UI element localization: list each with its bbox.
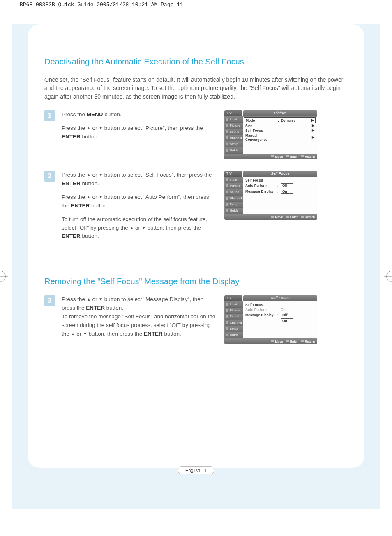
step-paragraph: Press the ▲ or ▼ button to select "Pictu…	[62, 124, 218, 141]
osd-row-label: Auto Perform	[245, 184, 277, 188]
step-number: 2	[44, 171, 55, 182]
step-number: 1	[44, 110, 55, 121]
osd-side-item: Channel	[225, 320, 243, 326]
osd-row-value: Dynamic	[281, 118, 311, 122]
step-text: Press the ▲ or ▼ button to select "Messa…	[62, 295, 218, 338]
osd-menu-row: Self Focus	[244, 178, 316, 183]
osd-footer: Move Enter Return	[224, 339, 317, 344]
osd-colon: :	[277, 184, 281, 188]
step-paragraph: Press the ▲ or ▼ button to select "Messa…	[62, 295, 218, 338]
osd-foot-enter: Enter	[286, 155, 298, 159]
osd-side-item: Input	[225, 117, 243, 123]
content-card: Deactivating the Automatic Execution of …	[28, 24, 364, 468]
osd-row-label: Auto Perform	[245, 308, 277, 312]
osd-foot-enter: Enter	[286, 340, 298, 343]
osd-title: Picture	[243, 110, 317, 116]
section-title-deactivate: Deactivating the Automatic Execution of …	[44, 57, 348, 67]
osd-title: Self Focus	[243, 171, 317, 177]
osd-row-label: Mode	[246, 118, 278, 122]
osd-colon: :	[277, 313, 281, 317]
osd-menu-row: Auto Perform : On	[244, 307, 316, 312]
registration-mark-icon	[386, 271, 392, 282]
osd-sidebar: InputPictureSoundChannelSetupGuide	[225, 301, 243, 338]
page-number: English-11	[178, 466, 214, 474]
osd-row-label: Message Display	[245, 313, 277, 317]
osd-menu-row: Self Focus ▶	[244, 128, 316, 133]
step-row-2: 2 Press the ▲ or ▼ button to select "Sel…	[44, 171, 348, 241]
registration-mark-icon	[0, 271, 6, 282]
osd-side-item: Channel	[225, 135, 243, 141]
osd-menu-row: Size ▶	[244, 123, 316, 128]
osd-menu-row: Manual Convergence ▶	[244, 133, 316, 142]
osd-selffocus-menu: T V Self Focus InputPictureSoundChannelS…	[224, 171, 317, 220]
step-paragraph: To turn off the automatic execution of t…	[62, 215, 218, 241]
osd-side-item: Guide	[225, 147, 243, 154]
osd-side-item: Sound	[225, 314, 243, 320]
osd-colon: :	[277, 308, 281, 312]
osd-side-item: Setup	[225, 202, 243, 208]
osd-row-label: Self Focus	[245, 178, 277, 182]
osd-main: Self Focus Auto Perform : On Message Dis…	[243, 301, 317, 338]
osd-side-item: Sound	[225, 189, 243, 196]
osd-side-item: Guide	[225, 208, 243, 214]
osd-title: Self Focus	[243, 295, 317, 301]
osd-tv-label: T V	[224, 171, 242, 177]
osd-side-item: Picture	[225, 308, 243, 314]
osd-foot-return: Return	[301, 340, 315, 343]
osd-tv-label: T V	[224, 295, 242, 301]
osd-main: Mode : Dynamic ▶ Size ▶ Self Focus ▶ Man…	[243, 117, 317, 154]
osd-foot-move: Move	[271, 215, 283, 219]
osd-menu-row: Message Display : On	[244, 189, 316, 194]
osd-foot-move: Move	[271, 155, 283, 159]
osd-side-item: Input	[225, 301, 243, 308]
step-text: Press the ▲ or ▼ button to select "Self …	[62, 171, 218, 241]
osd-sidebar: InputPictureSoundChannelSetupGuide	[225, 117, 243, 154]
osd-row-value: On	[281, 189, 293, 194]
osd-side-item: Picture	[225, 123, 243, 129]
osd-menu-row: On	[244, 318, 316, 324]
osd-side-item: Channel	[225, 196, 243, 202]
step-number: 3	[44, 295, 55, 306]
section-intro: Once set, the "Self Focus" feature start…	[44, 76, 348, 101]
osd-menu-row: Message Display : Off	[244, 312, 316, 318]
osd-menu-row: Self Focus	[244, 302, 316, 307]
osd-menu-row: Auto Perform : Off	[244, 183, 316, 189]
page-bleed: Deactivating the Automatic Execution of …	[12, 24, 380, 509]
chevron-right-icon: ▶	[312, 124, 314, 127]
osd-footer: Move Enter Return	[224, 214, 317, 220]
osd-row-label: Self Focus	[245, 129, 277, 133]
osd-row-label: Message Display	[245, 189, 277, 193]
osd-tv-label: T V	[224, 110, 242, 116]
pdf-header: BP68-00383B_Quick Guide 2005/01/28 10:21…	[0, 0, 392, 8]
osd-main: Self Focus Auto Perform : Off Message Di…	[243, 177, 317, 214]
osd-side-item: Input	[225, 177, 243, 183]
osd-foot-enter: Enter	[286, 215, 298, 219]
chevron-right-icon: ▶	[312, 136, 314, 139]
osd-row-value: Off	[281, 183, 293, 188]
osd-row-label: Self Focus	[245, 303, 277, 307]
osd-menu-row: Mode : Dynamic ▶	[244, 117, 316, 123]
osd-colon: :	[278, 118, 281, 122]
osd-side-item: Setup	[225, 141, 243, 147]
osd-side-item: Guide	[225, 332, 243, 338]
step-paragraph: Press the ▲ or ▼ button to select "Auto …	[62, 193, 218, 210]
osd-foot-move: Move	[271, 340, 283, 343]
osd-row-value: On	[281, 318, 293, 323]
osd-foot-return: Return	[301, 155, 315, 159]
step-paragraph: Press the MENU button.	[62, 110, 218, 119]
osd-side-item: Sound	[225, 129, 243, 135]
osd-row-value: On	[281, 308, 314, 312]
osd-row-value: Off	[281, 313, 293, 317]
osd-side-item: Picture	[225, 183, 243, 189]
osd-foot-return: Return	[301, 215, 315, 219]
chevron-right-icon: ▶	[312, 129, 314, 132]
step-paragraph: Press the ▲ or ▼ button to select "Self …	[62, 171, 218, 188]
osd-row-label: Size	[245, 124, 277, 128]
step-row-3: 3 Press the ▲ or ▼ button to select "Mes…	[44, 295, 348, 344]
osd-msgdisplay-menu: T V Self Focus InputPictureSoundChannelS…	[224, 295, 317, 344]
chevron-right-icon: ▶	[311, 118, 314, 122]
section-title-remove-msg: Removing the "Self Focus" Message from t…	[44, 277, 348, 286]
osd-picture-menu: T V Picture InputPictureSoundChannelSetu…	[224, 110, 317, 159]
osd-row-label: Manual Convergence	[245, 133, 277, 142]
osd-colon: :	[277, 189, 281, 193]
